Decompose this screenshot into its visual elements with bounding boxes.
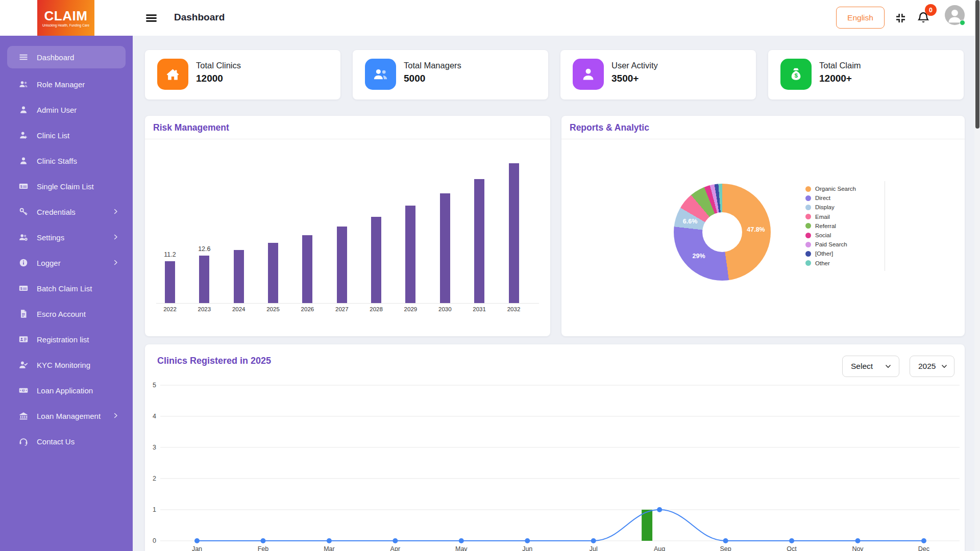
sidebar-item-label: Contact Us: [37, 437, 75, 446]
svg-text:Jul: Jul: [590, 545, 598, 551]
bar-x-label: 2026: [292, 306, 323, 312]
sidebar-item-label: KYC Monitoring: [37, 361, 90, 369]
online-status-dot: [960, 20, 965, 26]
sidebar-item-label: Loan Management: [37, 412, 101, 420]
card-dollar-icon: $: [18, 283, 29, 293]
sidebar-item-kyc-monitoring[interactable]: KYC Monitoring: [0, 352, 133, 378]
legend-label: Direct: [815, 195, 830, 201]
legend-item[interactable]: [Other]: [805, 249, 856, 258]
fullscreen-toggle-button[interactable]: [894, 12, 907, 24]
bar-2029: [405, 206, 415, 303]
legend-color-dot: [805, 251, 811, 257]
sidebar-item-label: Credentials: [37, 208, 76, 216]
scrollbar-thumb[interactable]: [975, 0, 979, 129]
clinics-card-title: Clinics Registered in 2025: [157, 356, 271, 366]
legend-item[interactable]: Direct: [805, 193, 856, 203]
svg-text:Feb: Feb: [258, 545, 269, 551]
svg-text:3: 3: [153, 444, 156, 451]
bar-value-label: 11.2: [155, 251, 185, 258]
sidebar-item-loan-management[interactable]: Loan Management: [0, 403, 133, 429]
chevron-right-icon: [112, 233, 119, 241]
bar-x-label: 2027: [327, 306, 357, 312]
stat-card-title: User Activity: [611, 61, 658, 70]
legend-color-dot: [805, 233, 811, 238]
svg-text:1: 1: [153, 506, 156, 513]
svg-text:$: $: [20, 287, 22, 291]
sidebar-item-contact-us[interactable]: Contact Us: [0, 429, 133, 454]
user-icon: [573, 59, 604, 90]
sidebar-item-registration-list[interactable]: Registration list: [0, 327, 133, 352]
stat-card-total-managers: Total Managers 5000: [353, 50, 548, 99]
sidebar-item-admin-user[interactable]: Admin User: [0, 97, 133, 122]
sidebar-nav: Dashboard Role Manager Admin User Clinic…: [0, 36, 133, 454]
legend-label: Email: [815, 214, 830, 220]
legend-color-dot: [805, 223, 811, 229]
legend-item[interactable]: Email: [805, 212, 856, 221]
year-select[interactable]: 2025: [910, 356, 954, 377]
legend-item[interactable]: Display: [805, 203, 856, 212]
reports-analytic-card: Reports & Analytic 47.8%29%6.6% Organic …: [561, 116, 965, 336]
bar-2023: [199, 256, 209, 303]
stat-card-total-clinics: Total Clinics 12000: [145, 50, 340, 99]
legend-color-dot: [805, 195, 811, 201]
risk-card-header: Risk Management: [145, 116, 550, 139]
risk-bar-chart: 202211.2202312.6202420252026202720282029…: [145, 139, 550, 336]
chevron-down-icon: [941, 363, 948, 370]
user-icon: [18, 156, 29, 166]
sidebar-item-settings[interactable]: Settings: [0, 224, 133, 250]
cash-icon: $: [18, 385, 29, 395]
svg-text:Jan: Jan: [192, 545, 202, 551]
file-icon: [18, 309, 29, 319]
legend-item[interactable]: Social: [805, 231, 856, 240]
bar-x-label: 2031: [464, 306, 495, 312]
sidebar-item-logger[interactable]: Logger: [0, 250, 133, 276]
users-gear-icon: [18, 232, 29, 242]
legend-label: Other: [815, 260, 830, 266]
sidebar-item-batch-claim-list[interactable]: $ Batch Claim List: [0, 276, 133, 301]
page-title: Dashboard: [174, 12, 225, 23]
svg-text:Apr: Apr: [390, 545, 400, 551]
sidebar-item-label: Clinic List: [37, 131, 69, 140]
money-bag-icon: $: [780, 59, 812, 90]
language-button[interactable]: English: [836, 7, 885, 29]
sidebar-item-clinic-staffs[interactable]: Clinic Staffs: [0, 148, 133, 173]
svg-text:4: 4: [153, 413, 156, 420]
sidebar-item-label: Admin User: [37, 106, 77, 114]
bar-x-label: 2025: [258, 306, 288, 312]
users-icon: [365, 59, 396, 90]
svg-text:5: 5: [153, 382, 156, 389]
legend-item[interactable]: Referral: [805, 221, 856, 231]
legend-item[interactable]: Paid Search: [805, 240, 856, 249]
svg-text:2: 2: [153, 475, 156, 482]
sidebar-item-single-claim-list[interactable]: $ Single Claim List: [0, 173, 133, 199]
menu-icon: [144, 19, 158, 27]
sidebar-item-loan-application[interactable]: $ Loan Application: [0, 378, 133, 403]
stat-card-value: 12000+: [819, 73, 852, 84]
sidebar-item-escro-account[interactable]: Escro Account: [0, 301, 133, 327]
filter-select[interactable]: Select: [842, 356, 899, 377]
sidebar-item-credentials[interactable]: Credentials: [0, 199, 133, 224]
svg-text:Sep: Sep: [720, 545, 731, 551]
app-logo[interactable]: CLAIM Unlocking Health, Funding Care: [37, 0, 94, 36]
donut-slice-label: 29%: [692, 253, 705, 260]
stat-card-value: 12000: [196, 73, 223, 84]
logo-text: CLAIM: [44, 9, 88, 22]
menu-toggle-button[interactable]: [144, 11, 158, 25]
risk-card-title: Risk Management: [153, 122, 229, 133]
sidebar-item-label: Registration list: [37, 335, 89, 344]
notifications-button[interactable]: 0: [916, 11, 932, 26]
legend-color-dot: [805, 186, 811, 192]
bar-x-label: 2024: [224, 306, 254, 312]
chevron-right-icon: [112, 412, 119, 419]
bar-2026: [302, 235, 312, 303]
donut-legend: Organic Search Direct Display Email Refe…: [805, 184, 856, 268]
home-icon: [157, 59, 188, 90]
sidebar-item-role-manager[interactable]: Role Manager: [0, 71, 133, 97]
avatar[interactable]: [945, 5, 965, 25]
legend-item[interactable]: Organic Search: [805, 184, 856, 193]
sidebar-item-dashboard[interactable]: Dashboard: [7, 46, 126, 68]
sidebar-item-clinic-list[interactable]: Clinic List: [0, 122, 133, 148]
risk-management-card: Risk Management 202211.2202312.620242025…: [145, 116, 550, 336]
legend-item[interactable]: Other: [805, 259, 856, 268]
legend-color-dot: [805, 205, 811, 210]
